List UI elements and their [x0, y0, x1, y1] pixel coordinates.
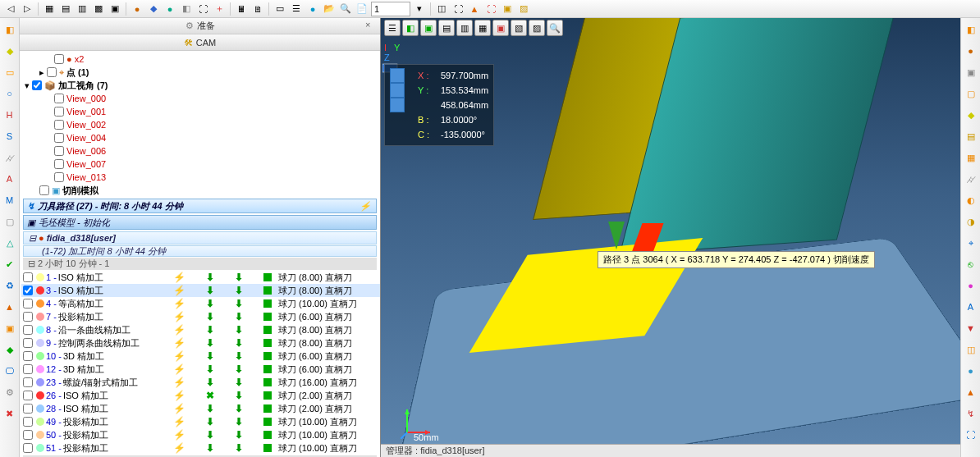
tree-cutsim[interactable]: ▣ 切削模拟 — [36, 184, 380, 197]
gray-cube4-icon[interactable]: ▧ — [511, 20, 527, 36]
rail-recyc-icon[interactable]: ♻ — [2, 277, 18, 294]
warn-icon[interactable]: ▲ — [467, 2, 482, 16]
op-checkbox[interactable] — [23, 430, 33, 440]
op-checkbox[interactable] — [23, 417, 33, 427]
viewport-3d[interactable]: ☰ ◧ ▣ ▤ ▥ ▦ ▣ ▧ ▨ 🔍 IYZ X :597.700mm Y :… — [381, 18, 960, 457]
time-group-1[interactable]: ⊟ 2 小时 10 分钟 - 1 — [23, 258, 377, 270]
tree-body[interactable]: ● x2 ▸ ⌖ 点 (1) ▾ 📦 加工视角 (7) View_000View… — [20, 51, 380, 457]
op-checkbox[interactable] — [23, 404, 33, 414]
layers-icon[interactable]: ☰ — [289, 2, 304, 16]
ball3-icon[interactable]: ● — [305, 2, 320, 16]
rr-warn-icon[interactable]: ▲ — [963, 384, 979, 400]
tree-view-0[interactable]: View_000 — [51, 92, 380, 105]
rr-orange-icon[interactable]: ▦ — [963, 149, 979, 166]
view-checkbox[interactable] — [54, 146, 64, 156]
op-row-1[interactable]: 1 - ISO 精加工⚡⬇⬇球刀 (8.00) 直柄刀 — [21, 271, 380, 284]
rail-s-icon[interactable]: S — [2, 128, 18, 144]
viewfolder-checkbox[interactable] — [32, 80, 42, 90]
rail-cube2-icon[interactable]: ▣ — [2, 320, 18, 336]
view-checkbox[interactable] — [54, 133, 64, 143]
op-row-23[interactable]: 23 - 螺旋/辐射式精加工⚡⬇⬇球刀 (16.00) 直柄刀 — [21, 376, 380, 389]
prep-header[interactable]: ⚙ 准备 × — [20, 18, 380, 34]
rail-mon-icon[interactable]: 🖵 — [2, 363, 18, 379]
red-cube-icon[interactable]: ▣ — [492, 20, 509, 36]
ball2-icon[interactable]: ● — [163, 2, 177, 16]
op-checkbox[interactable] — [23, 338, 33, 348]
op-checkbox[interactable] — [23, 351, 33, 361]
collapse-icon[interactable]: ▾ — [25, 80, 30, 91]
plus-icon[interactable]: ＋ — [212, 2, 227, 16]
op-row-3[interactable]: 3 - ISO 精加工⚡⬇⬇球刀 (8.00) 直柄刀 — [21, 284, 380, 297]
grid4-icon[interactable]: ▩ — [91, 2, 106, 16]
rail-x-icon[interactable]: ✖ — [2, 405, 18, 422]
op-checkbox[interactable] — [23, 286, 33, 295]
op-row-12[interactable]: 12 - 3D 精加工⚡⬇⬇球刀 (6.00) 直柄刀 — [21, 363, 380, 376]
machine-row[interactable]: ⊟ ● fidia_d318[user] — [23, 231, 377, 244]
rr-gold-icon[interactable]: ▤ — [963, 128, 979, 144]
op-checkbox[interactable] — [23, 443, 33, 453]
op-row-49[interactable]: 49 - 投影精加工⚡⬇⬇球刀 (10.00) 直柄刀 — [21, 415, 380, 428]
rail-h-icon[interactable]: H — [2, 107, 18, 123]
rail-cyl-icon[interactable]: ⌭ — [2, 149, 18, 166]
toolpath-group[interactable]: ↯ 刀具路径 (27) - 时间: 8 小时 44 分钟 ⚡ — [23, 199, 377, 213]
op-checkbox[interactable] — [23, 391, 33, 400]
tree-view-6[interactable]: View_013 — [51, 171, 380, 184]
op-checkbox[interactable] — [23, 299, 33, 308]
minus-icon[interactable]: ⊟ — [29, 233, 36, 244]
rr-az-icon[interactable]: A — [963, 299, 979, 315]
gold-box-icon[interactable]: ▣ — [500, 2, 515, 16]
tree-point[interactable]: ▸ ⌖ 点 (1) — [36, 66, 380, 79]
rr-gray-icon[interactable]: ▣ — [963, 64, 979, 80]
rr-box-icon[interactable]: ▢ — [963, 85, 979, 102]
rail-hole-icon[interactable]: ○ — [2, 85, 18, 102]
rail-green-icon[interactable]: ◆ — [2, 341, 18, 358]
grid3-icon[interactable]: ▥ — [75, 2, 89, 16]
op-row-7[interactable]: 7 - 投影精加工⚡⬇⬇球刀 (6.00) 直柄刀 — [21, 310, 380, 323]
stock-group[interactable]: ▣ 毛坯模型 - 初始化 — [23, 215, 377, 230]
expand-icon[interactable]: ▸ — [39, 67, 44, 78]
iso-cube-icon[interactable]: ◧ — [402, 20, 419, 36]
rail-cube-icon[interactable]: ◧ — [2, 21, 18, 38]
gray-cube5-icon[interactable]: ▨ — [529, 20, 545, 36]
gray-cube3-icon[interactable]: ▦ — [474, 20, 491, 36]
tree-view-4[interactable]: View_006 — [51, 144, 380, 158]
ball1-icon[interactable]: ● — [130, 2, 144, 16]
rr-ball-icon[interactable]: ● — [963, 43, 979, 59]
gold-box2-icon[interactable]: ▨ — [516, 2, 531, 16]
vp-zoom-icon[interactable]: 🔍 — [547, 20, 563, 36]
x2-checkbox[interactable] — [54, 54, 64, 64]
machine-link[interactable]: fidia_d318[user] — [47, 233, 116, 243]
cube2-icon[interactable]: ◫ — [434, 2, 449, 16]
op-row-28[interactable]: 28 - ISO 精加工⚡⬇⬇球刀 (2.00) 直柄刀 — [21, 402, 380, 415]
tree-viewfolder[interactable]: ▾ 📦 加工视角 (7) — [21, 79, 380, 92]
view-checkbox[interactable] — [54, 107, 64, 117]
op-checkbox[interactable] — [23, 272, 33, 282]
calc-icon[interactable]: 🖩 — [234, 2, 249, 16]
op-row-9[interactable]: 9 - 控制两条曲线精加工⚡⬇⬇球刀 (8.00) 直柄刀 — [21, 336, 380, 350]
rail-yellow-icon[interactable]: ◆ — [2, 43, 18, 59]
sheet-icon[interactable]: 🗎 — [250, 2, 265, 16]
hamburger-icon[interactable]: ☰ — [384, 20, 401, 36]
rail-face-icon[interactable]: ▭ — [2, 64, 18, 80]
page-icon[interactable]: 📄 — [355, 2, 369, 16]
op-checkbox[interactable] — [23, 377, 33, 387]
open-icon[interactable]: 📂 — [322, 2, 337, 16]
rr-fit-icon[interactable]: ⛶ — [963, 427, 979, 443]
rr-axes-icon[interactable]: ↯ — [963, 405, 979, 422]
rail-box-icon[interactable]: ▢ — [2, 213, 18, 230]
rr-pink-icon[interactable]: ● — [963, 277, 979, 294]
rail-wire-icon[interactable]: △ — [2, 235, 18, 251]
tree-view-2[interactable]: View_002 — [51, 118, 380, 131]
op-row-50[interactable]: 50 - 投影精加工⚡⬇⬇球刀 (10.00) 直柄刀 — [21, 428, 380, 441]
view-checkbox[interactable] — [54, 120, 64, 130]
grid1-icon[interactable]: ▦ — [42, 2, 57, 16]
grid2-icon[interactable]: ▤ — [58, 2, 73, 16]
rr-half-icon[interactable]: ◐ — [963, 192, 979, 208]
layer-icon[interactable]: ▭ — [272, 2, 287, 16]
op-checkbox[interactable] — [23, 364, 33, 374]
z-cube-icon[interactable] — [390, 98, 405, 112]
op-row-10[interactable]: 10 - 3D 精加工⚡⬇⬇球刀 (6.00) 直柄刀 — [21, 350, 380, 363]
rr-down-icon[interactable]: ▼ — [963, 320, 979, 336]
op-row-51[interactable]: 51 - 投影精加工⚡⬇⬇球刀 (10.00) 直柄刀 — [21, 441, 380, 455]
rr-cube3-icon[interactable]: ◫ — [963, 341, 979, 358]
